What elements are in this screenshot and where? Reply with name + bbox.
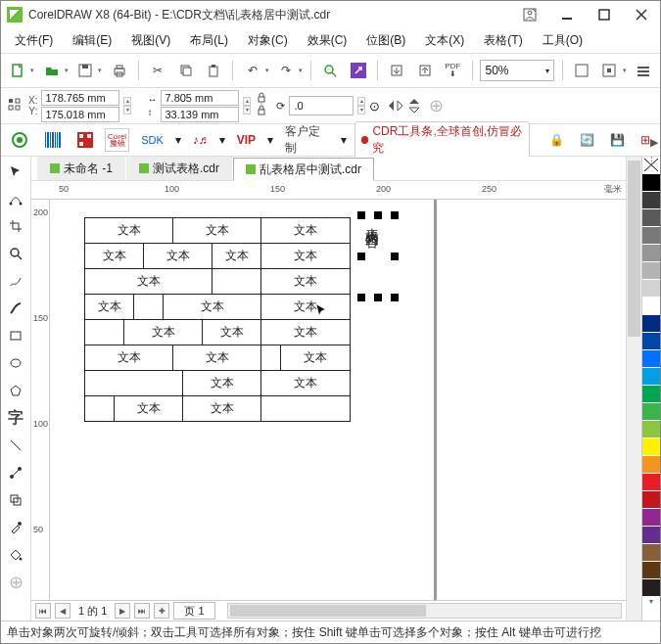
color-swatch[interactable] — [642, 474, 660, 491]
menu-item[interactable]: 表格(T) — [478, 30, 528, 51]
table-cell[interactable]: 文本 — [115, 396, 183, 421]
color-swatch[interactable] — [642, 544, 660, 562]
plugin-vip[interactable]: VIP — [233, 130, 260, 150]
table-cell[interactable]: 文本 — [261, 295, 350, 319]
v-scrollbar[interactable] — [627, 157, 642, 621]
selected-object[interactable]: 表格内容 — [363, 217, 393, 296]
table-cell[interactable]: 文本 — [281, 345, 350, 370]
color-swatch[interactable] — [642, 262, 660, 280]
pdf-button[interactable]: PDF⬇ — [442, 59, 463, 82]
table-cell[interactable] — [261, 345, 281, 370]
color-swatch[interactable] — [642, 386, 660, 403]
canvas[interactable]: 文本文本文本文本文本文本文本文本文本文本文本文本文本文本文本文本文本文本文本文本… — [50, 200, 626, 600]
table-cell[interactable]: 文本 — [85, 295, 134, 319]
color-swatch[interactable] — [642, 333, 660, 350]
quick-user-icon[interactable] — [517, 5, 543, 24]
table-cell[interactable] — [85, 396, 115, 421]
rotation-field[interactable]: .0 — [289, 96, 354, 115]
export-button[interactable] — [414, 59, 436, 82]
maximize-button[interactable] — [591, 5, 617, 24]
close-button[interactable] — [629, 5, 654, 24]
crop-tool[interactable] — [5, 215, 26, 237]
snap-button[interactable] — [598, 59, 620, 82]
table-cell[interactable]: 文本 — [261, 371, 350, 395]
table-cell[interactable] — [134, 295, 164, 319]
undo-button[interactable]: ↶ — [241, 59, 262, 82]
table-cell[interactable] — [261, 396, 350, 421]
connector-tool[interactable] — [5, 462, 26, 483]
table-cell[interactable]: 文本 — [203, 320, 261, 345]
color-swatch[interactable] — [642, 491, 660, 509]
eyedropper-tool[interactable] — [5, 517, 26, 538]
menu-item[interactable]: 编辑(E) — [67, 30, 118, 51]
table-object[interactable]: 文本文本文本文本文本文本文本文本文本文本文本文本文本文本文本文本文本文本文本文本… — [84, 217, 351, 422]
search-button[interactable] — [319, 59, 341, 82]
color-swatch[interactable] — [642, 438, 660, 456]
pick-tool[interactable] — [5, 161, 26, 182]
table-cell[interactable]: 文本 — [144, 244, 212, 268]
spinner-up[interactable]: ▴ — [123, 97, 131, 106]
dimension-tool[interactable] — [5, 435, 26, 456]
table-cell[interactable]: 文本 — [261, 244, 350, 268]
color-swatch[interactable] — [642, 315, 660, 333]
plugin-eco-icon[interactable] — [7, 130, 32, 150]
new-button[interactable] — [7, 59, 28, 82]
plugin-sdk[interactable]: SDK — [137, 130, 167, 150]
color-swatch[interactable] — [642, 174, 660, 192]
plugin-banner[interactable]: CDR工具条,全球首创,仿冒必究 — [354, 121, 530, 159]
menu-item[interactable]: 文件(F) — [9, 30, 59, 51]
zoom-tool[interactable] — [5, 243, 26, 264]
plugin-custom[interactable]: 客户定制 — [281, 130, 333, 150]
table-cell[interactable]: 文本 — [85, 269, 212, 294]
color-swatch[interactable] — [642, 245, 660, 262]
color-swatch[interactable] — [642, 421, 660, 438]
palette-more[interactable]: ▾ — [642, 597, 660, 615]
plugin-barcode-icon[interactable] — [40, 130, 66, 150]
docker-tab[interactable]: ⋯ — [645, 156, 658, 166]
menu-item[interactable]: 文本(X) — [419, 30, 470, 51]
cut-button[interactable]: ✂ — [147, 59, 168, 82]
color-swatch[interactable] — [642, 509, 660, 527]
color-swatch[interactable] — [642, 350, 660, 368]
copy-button[interactable] — [174, 59, 196, 82]
menu-item[interactable]: 布局(L) — [184, 30, 234, 51]
shape-tool[interactable] — [5, 188, 26, 209]
table-cell[interactable]: 文本 — [212, 244, 261, 268]
page-tab[interactable]: 页 1 — [173, 602, 214, 620]
menu-item[interactable]: 效果(C) — [302, 30, 354, 51]
save-button[interactable] — [74, 59, 96, 82]
color-swatch[interactable] — [642, 298, 660, 315]
artistic-tool[interactable] — [5, 298, 26, 319]
document-tab[interactable]: 乱表格居中测试.cdr — [233, 158, 374, 181]
plugin-corel-icon[interactable]: Corel魔镜 — [105, 128, 129, 152]
table-cell[interactable] — [85, 371, 183, 395]
docker-arrow[interactable]: ▶ — [650, 136, 658, 149]
mirror-v-button[interactable] — [407, 98, 421, 114]
page-add[interactable]: ✚ — [154, 603, 169, 619]
minimize-button[interactable] — [554, 5, 580, 24]
color-swatch[interactable] — [642, 227, 660, 245]
page-first[interactable]: ⏮ — [35, 603, 51, 619]
import-button[interactable] — [386, 59, 407, 82]
menu-item[interactable]: 视图(V) — [125, 30, 176, 51]
color-swatch[interactable] — [642, 527, 660, 544]
open-button[interactable] — [40, 59, 62, 82]
color-swatch[interactable] — [642, 368, 660, 386]
page-last[interactable]: ⏭ — [134, 603, 150, 619]
ellipse-tool[interactable] — [5, 352, 26, 374]
add-node-button[interactable]: ⊕ — [429, 95, 444, 116]
table-cell[interactable]: 文本 — [164, 295, 261, 319]
table-cell[interactable]: 文本 — [183, 396, 261, 421]
paste-button[interactable] — [203, 59, 224, 82]
page-next[interactable]: ▶ — [115, 603, 130, 619]
color-swatch[interactable] — [642, 280, 660, 298]
zoom-combo[interactable]: 50%▾ — [480, 60, 553, 81]
menu-item[interactable]: 位图(B) — [360, 30, 411, 51]
plugin-lock-icon[interactable]: 🔒 — [545, 130, 568, 150]
quick-customize[interactable]: ⊕ — [5, 572, 26, 593]
rotation-reset[interactable]: ⊙ — [369, 99, 380, 114]
plugin-refresh-icon[interactable]: 🔄 — [576, 130, 598, 150]
x-field[interactable]: 178.765 mm — [41, 90, 119, 106]
redo-button[interactable]: ↷ — [275, 59, 297, 82]
menu-item[interactable]: 对象(C) — [242, 30, 294, 51]
